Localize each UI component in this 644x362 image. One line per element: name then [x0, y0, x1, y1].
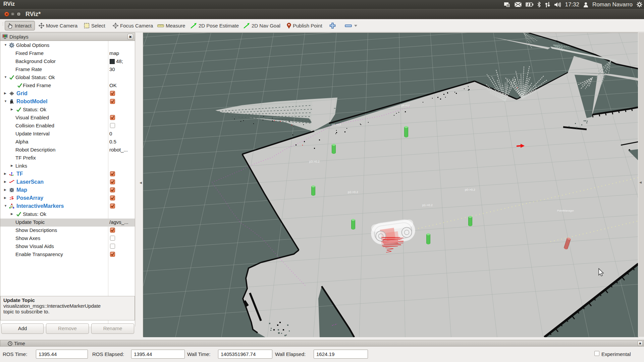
svg-text:p3->0.2: p3->0.2	[309, 160, 320, 163]
svg-text:p0->0.2: p0->0.2	[465, 188, 475, 191]
svg-text:PointManager: PointManager	[557, 209, 574, 212]
svg-text:p2->0.2: p2->0.2	[348, 190, 358, 194]
svg-text:p4->0.2: p4->0.2	[332, 123, 341, 126]
svg-text:p4->0.2: p4->0.2	[401, 104, 410, 107]
svg-text:p1->0.2: p1->0.2	[422, 203, 433, 207]
